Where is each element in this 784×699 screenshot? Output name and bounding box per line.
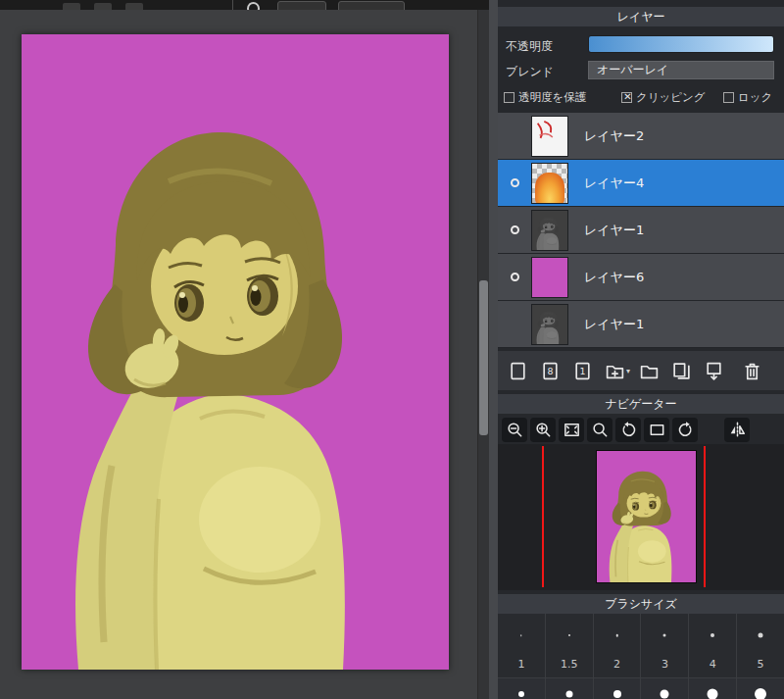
zoom-out-button[interactable] [502, 418, 527, 442]
protect-alpha-checkbox-group[interactable]: 透明度を保護 [504, 90, 586, 105]
brush-size-cell[interactable]: 4 [689, 614, 737, 678]
brush-dot [710, 633, 714, 637]
protect-alpha-label: 透明度を保護 [518, 90, 586, 105]
new-1bit-layer-button[interactable]: 1 [569, 358, 596, 384]
new-layer-button[interactable] [505, 358, 531, 384]
layer-options-row: 透明度を保護 クリッピング ロック [504, 90, 782, 106]
merge-down-button[interactable] [701, 358, 727, 384]
layer-visibility-toggle[interactable] [498, 225, 531, 234]
toolbar-button-partial[interactable] [338, 1, 405, 10]
brush-dot [759, 633, 763, 638]
new-8bit-layer-button[interactable]: 8 [537, 358, 564, 384]
brush-size-cell[interactable] [737, 678, 784, 699]
navigator-view[interactable] [498, 444, 784, 590]
opacity-slider[interactable] [588, 35, 774, 53]
toolbar-icon-partial[interactable] [125, 3, 143, 10]
orange-paint-blob [535, 173, 564, 204]
eye-icon [511, 178, 519, 187]
blend-mode-select[interactable]: オーバーレイ [588, 61, 774, 79]
layer-thumbnail[interactable] [531, 210, 568, 251]
layer-row[interactable]: レイヤー6 [498, 254, 784, 301]
protect-alpha-checkbox[interactable] [504, 92, 514, 103]
right-dock-panel: レイヤー 不透明度 ブレンド オーバーレイ 透明度を保護 クリッピング ロック [498, 0, 784, 699]
brush-size-label: 3 [641, 658, 688, 671]
fit-window-button[interactable] [559, 418, 584, 442]
brush-dot [661, 690, 669, 699]
canvas-artwork[interactable] [22, 34, 449, 670]
blend-label: ブレンド [506, 64, 554, 80]
layer-name: レイヤー4 [584, 175, 644, 192]
lock-checkbox-group[interactable]: ロック [723, 90, 772, 105]
layer-panel-header: レイヤー [498, 7, 784, 26]
brush-size-grid: 1 1.5 2 3 4 [498, 614, 784, 699]
delete-layer-button[interactable] [739, 358, 765, 384]
layer-toolbar: 8 1 ▾ [498, 351, 784, 390]
clipping-checkbox-group[interactable]: クリッピング [621, 90, 706, 105]
brush-size-label: 1 [498, 658, 545, 671]
layer-thumbnail[interactable] [531, 304, 568, 345]
navigator-panel-header: ナビゲーター [498, 394, 784, 414]
brush-dot [565, 691, 572, 698]
info-icon[interactable] [247, 2, 260, 10]
brush-size-panel-header: ブラシサイズ [498, 594, 784, 614]
layer-row[interactable]: レイヤー1 [498, 301, 784, 348]
layer-name: レイヤー2 [584, 127, 644, 145]
brush-size-cell[interactable] [689, 678, 737, 699]
folder-button[interactable] [636, 358, 662, 384]
layer-list: レイヤー2 レイヤー4 レイヤー1 レイヤー6 [498, 113, 784, 349]
brush-dot [708, 689, 718, 699]
chevron-down-icon: ▾ [626, 367, 630, 375]
brush-dot [663, 634, 666, 637]
layer-thumbnail[interactable] [531, 257, 568, 298]
scrollbar-thumb[interactable] [479, 280, 488, 435]
clipping-label: クリッピング [636, 90, 706, 105]
brush-size-cell[interactable] [594, 678, 642, 699]
brush-size-row: 1 1.5 2 3 4 [498, 614, 784, 678]
brush-dot [520, 634, 522, 636]
rotate-right-button[interactable] [672, 418, 698, 442]
brush-size-cell[interactable] [641, 678, 689, 699]
canvas-vertical-scrollbar[interactable] [477, 10, 489, 699]
layer-row[interactable]: レイヤー4 [498, 160, 784, 207]
navigator-toolbar [498, 416, 784, 444]
brush-size-cell[interactable]: 1 [498, 614, 546, 678]
add-folder-button[interactable]: ▾ [602, 358, 630, 384]
panel-splitter[interactable] [489, 0, 498, 699]
brush-dot [568, 634, 570, 636]
zoom-in-button[interactable] [530, 418, 556, 442]
duplicate-layer-button[interactable] [668, 358, 695, 384]
brush-size-cell[interactable] [546, 678, 594, 699]
layer-thumbnail[interactable] [531, 116, 568, 157]
lock-label: ロック [738, 90, 772, 105]
brush-size-cell[interactable] [498, 678, 546, 699]
layer-row[interactable]: レイヤー2 [498, 113, 784, 160]
navigator-thumbnail[interactable] [596, 450, 697, 583]
clipping-checkbox[interactable] [621, 92, 632, 103]
layer-visibility-toggle[interactable] [498, 273, 531, 281]
layer-visibility-toggle[interactable] [498, 178, 531, 187]
brush-size-cell[interactable]: 1.5 [546, 614, 594, 678]
zoom-100-button[interactable] [587, 418, 612, 442]
toolbar-icon-partial[interactable] [94, 3, 112, 10]
brush-size-cell[interactable]: 5 [737, 614, 784, 678]
rotate-reset-button[interactable] [644, 418, 669, 442]
brush-dot [615, 634, 618, 637]
flip-horizontal-button[interactable] [724, 418, 750, 442]
layer-name: レイヤー6 [584, 269, 644, 286]
rotate-left-button[interactable] [615, 418, 641, 442]
layer-thumbnail[interactable] [531, 163, 568, 204]
eye-icon [511, 273, 519, 281]
brush-size-label: 5 [737, 658, 784, 671]
toolbar-button-partial[interactable] [277, 1, 326, 10]
viewport-frame-left-edge [542, 446, 544, 587]
svg-text:8: 8 [547, 366, 553, 376]
lock-checkbox[interactable] [723, 92, 734, 103]
layer-row[interactable]: レイヤー1 [498, 207, 784, 254]
brush-size-label: 1.5 [546, 658, 593, 671]
canvas-viewport[interactable] [0, 10, 477, 699]
brush-size-label: 2 [594, 658, 641, 671]
svg-text:1: 1 [579, 366, 585, 376]
brush-size-cell[interactable]: 3 [641, 614, 689, 678]
brush-size-cell[interactable]: 2 [594, 614, 642, 678]
toolbar-icon-partial[interactable] [63, 3, 80, 10]
